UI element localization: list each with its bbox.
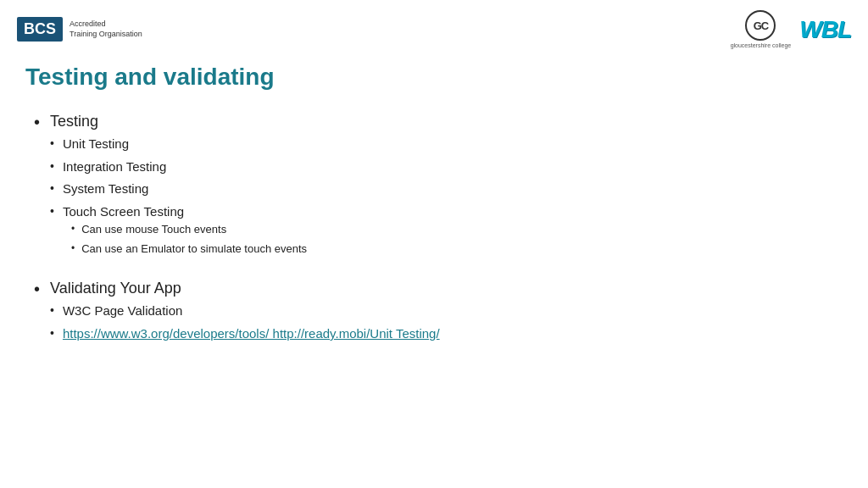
bcs-text: Accredited Training Organisation	[70, 19, 142, 39]
gc-subtext: gloucestershire college	[731, 42, 792, 48]
bullet-l2-w3c: •	[50, 302, 54, 319]
page-title: Testing and validating	[25, 64, 843, 91]
bullet-l2-touch: •	[50, 202, 54, 220]
bcs-box-label: BCS	[17, 17, 63, 42]
mouse-touch-label: Can use mouse Touch events	[81, 221, 226, 239]
bullet-l2-links: •	[50, 324, 54, 342]
testing-label: Testing	[50, 112, 307, 131]
unit-testing-label: Unit Testing	[63, 135, 129, 154]
bcs-logo: BCS Accredited Training Organisation	[17, 17, 142, 42]
header: BCS Accredited Training Organisation GC …	[0, 0, 868, 55]
list-item-links: • https://www.w3.org/developers/tools/ h…	[50, 324, 440, 344]
list-item-validating: • Validating Your App • W3C Page Validat…	[34, 279, 843, 347]
testing-sublist: • Unit Testing • Integration Testing • S…	[50, 135, 307, 260]
bullet-l3-mouse: •	[71, 221, 75, 237]
bullet-l3-emulator: •	[71, 241, 75, 257]
bullet-l2-unit: •	[50, 135, 54, 152]
list-item-touch-screen-testing: • Touch Screen Testing • Can use mouse T…	[50, 202, 307, 260]
list-item-integration-testing: • Integration Testing	[50, 158, 307, 177]
validating-sublist: • W3C Page Validation • https://www.w3.o…	[50, 302, 440, 343]
main-content: Testing and validating • Testing • Unit …	[0, 55, 868, 379]
right-logos: GC gloucestershire college WBL	[731, 10, 851, 48]
gc-logo: GC gloucestershire college	[731, 10, 792, 48]
links-label: https://www.w3.org/developers/tools/ htt…	[63, 324, 440, 344]
list-item-w3c: • W3C Page Validation	[50, 302, 440, 321]
bullet-l1: •	[34, 112, 40, 132]
touch-screen-testing-label: Touch Screen Testing	[63, 204, 184, 219]
system-testing-label: System Testing	[63, 180, 148, 199]
bullet-l2-system: •	[50, 180, 54, 197]
bullet-l2-integration: •	[50, 158, 54, 175]
validating-label: Validating Your App	[50, 279, 440, 298]
list-item-emulator: • Can use an Emulator to simulate touch …	[71, 241, 307, 258]
integration-testing-label: Integration Testing	[63, 158, 166, 177]
list-item-testing: • Testing • Unit Testing • Integration T…	[34, 112, 843, 263]
touch-screen-sublist: • Can use mouse Touch events • Can use a…	[63, 221, 307, 258]
list-item-unit-testing: • Unit Testing	[50, 135, 307, 154]
gc-circle: GC	[745, 10, 776, 41]
list-item-mouse-touch: • Can use mouse Touch events	[71, 221, 307, 239]
w3c-label: W3C Page Validation	[63, 302, 182, 321]
list-item-system-testing: • System Testing	[50, 180, 307, 199]
wbl-logo: WBL	[799, 16, 851, 43]
emulator-label: Can use an Emulator to simulate touch ev…	[81, 241, 307, 258]
content-area: • Testing • Unit Testing • Integration T…	[25, 112, 843, 347]
bullet-l1-validating: •	[34, 279, 40, 299]
